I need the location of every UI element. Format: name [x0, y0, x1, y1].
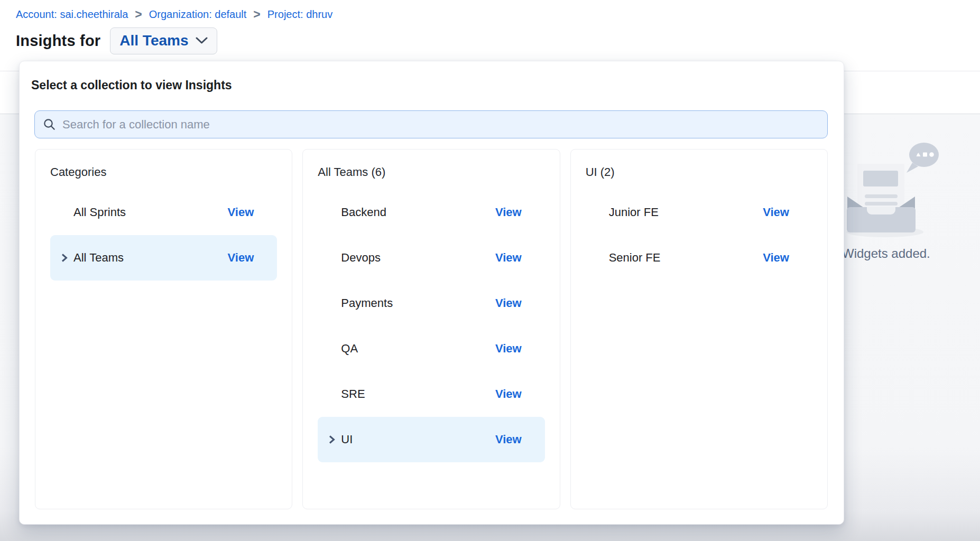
collection-name: All Teams — [73, 251, 124, 265]
collection-row-senior-fe[interactable]: Senior FE View — [586, 235, 812, 281]
breadcrumb-account-link[interactable]: Account: sai.cheethirala — [16, 8, 128, 21]
search-input[interactable] — [62, 118, 819, 132]
breadcrumb-organization-link[interactable]: Organization: default — [149, 8, 247, 21]
collection-name: UI — [341, 433, 353, 446]
collection-name: All Sprints — [73, 206, 126, 219]
chevron-down-icon — [196, 37, 208, 44]
search-icon — [43, 118, 56, 130]
collection-dropdown-label: All Teams — [119, 32, 188, 49]
card-header: All Teams (6) — [318, 163, 544, 181]
collection-name: Backend — [341, 206, 386, 219]
collection-row-junior-fe[interactable]: Junior FE View — [586, 190, 812, 235]
collection-row-devops[interactable]: Devops View — [318, 235, 544, 281]
collection-row-all-teams[interactable]: All Teams View — [50, 235, 277, 281]
collection-row-ui[interactable]: UI View — [318, 417, 544, 462]
view-link[interactable]: View — [763, 251, 789, 265]
card-header: Categories — [50, 163, 277, 181]
all-teams-card: All Teams (6) Backend View Devops View P… — [302, 149, 560, 509]
view-link[interactable]: View — [495, 342, 522, 356]
page-title: Insights for — [16, 32, 100, 50]
collection-row-qa[interactable]: QA View — [318, 326, 544, 371]
collection-name: Devops — [341, 251, 381, 265]
view-link[interactable]: View — [495, 251, 522, 265]
collection-picker-modal: Select a collection to view Insights Cat… — [19, 61, 844, 525]
categories-card: Categories All Sprints View All Teams Vi… — [35, 149, 292, 509]
collection-row-all-sprints[interactable]: All Sprints View — [50, 190, 277, 235]
view-link[interactable]: View — [495, 387, 522, 401]
view-link[interactable]: View — [495, 206, 522, 219]
collection-name: SRE — [341, 387, 365, 401]
collection-row-payments[interactable]: Payments View — [318, 281, 544, 326]
collection-name: Payments — [341, 296, 393, 310]
view-link[interactable]: View — [495, 296, 522, 310]
collection-name: Senior FE — [609, 251, 661, 265]
view-link[interactable]: View — [228, 206, 254, 219]
empty-state-message: Widgets added. — [842, 246, 930, 261]
collection-name: QA — [341, 342, 358, 356]
collection-name: Junior FE — [609, 206, 659, 219]
view-link[interactable]: View — [495, 433, 522, 446]
card-header: UI (2) — [586, 163, 812, 181]
modal-title: Select a collection to view Insights — [31, 78, 232, 92]
collection-dropdown-button[interactable]: All Teams — [110, 27, 217, 54]
breadcrumb-separator-icon: > — [253, 9, 260, 20]
collection-row-sre[interactable]: SRE View — [318, 371, 544, 417]
view-link[interactable]: View — [228, 251, 254, 265]
breadcrumb-separator-icon: > — [135, 9, 142, 20]
breadcrumb-project-link[interactable]: Project: dhruv — [267, 8, 332, 21]
breadcrumb: Account: sai.cheethirala > Organization:… — [16, 8, 332, 21]
ui-card: UI (2) Junior FE View Senior FE View — [570, 149, 828, 509]
view-link[interactable]: View — [763, 206, 789, 219]
inbox-illustration-icon — [845, 125, 950, 241]
chevron-right-icon — [329, 435, 335, 444]
chevron-right-icon — [61, 254, 68, 263]
page-header: Insights for All Teams — [16, 27, 217, 54]
collection-search — [34, 110, 828, 138]
collection-row-backend[interactable]: Backend View — [318, 190, 544, 235]
collection-columns: Categories All Sprints View All Teams Vi… — [35, 149, 828, 509]
